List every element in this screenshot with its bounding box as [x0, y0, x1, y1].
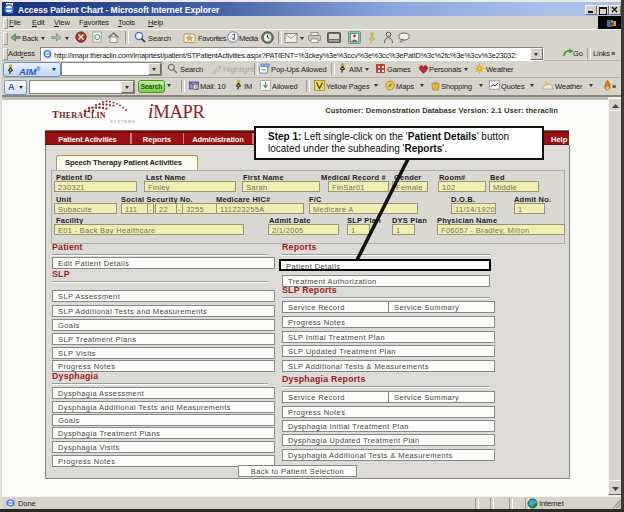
svg-text:@: @ — [195, 85, 199, 90]
